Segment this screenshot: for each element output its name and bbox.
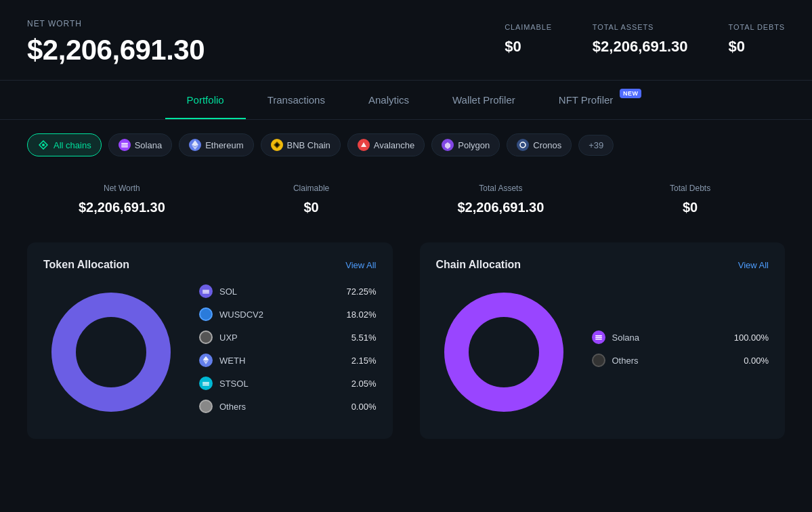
chain-donut-chart [436, 284, 572, 423]
weth-name: WETH [219, 356, 351, 366]
total-assets-stat: TOTAL ASSETS $2,206,691.30 [593, 23, 688, 56]
svg-point-10 [64, 305, 158, 400]
legend-item-weth: WETH 2.15% [199, 354, 377, 367]
chain-chip-solana[interactable]: Solana [108, 133, 172, 156]
tab-analytics[interactable]: Analytics [347, 81, 431, 119]
claimable-label: CLAIMABLE [505, 23, 552, 31]
svg-rect-2 [121, 145, 128, 146]
total-assets-value: $2,206,691.30 [593, 38, 688, 56]
chain-chip-ethereum[interactable]: Ethereum [179, 133, 253, 156]
solana-chain-name: Solana [612, 333, 734, 343]
polygon-label: Polygon [458, 140, 490, 150]
polygon-icon [442, 139, 454, 151]
others-chain-name: Others [612, 356, 744, 366]
chain-allocation-content: Solana 100.00% Others 0.00% [436, 284, 769, 423]
net-worth-card: Net Worth $2,206,691.30 [27, 177, 217, 222]
svg-point-9 [520, 142, 526, 148]
stsol-pct: 2.05% [351, 379, 377, 389]
header-stats: CLAIMABLE $0 TOTAL ASSETS $2,206,691.30 … [505, 19, 785, 56]
others-chain-dot [592, 354, 605, 367]
token-allocation-title: Token Allocation [43, 259, 129, 271]
chain-chip-all[interactable]: All chains [27, 133, 102, 156]
tab-transactions[interactable]: Transactions [246, 81, 347, 119]
bnb-label: BNB Chain [287, 140, 330, 150]
svg-rect-15 [202, 290, 209, 291]
token-legend: SOL 72.25% WUSDCV2 18.02% UXP 5.51% [199, 284, 377, 423]
stat-claimable-label: Claimable [230, 184, 393, 193]
ethereum-icon [189, 139, 201, 151]
claimable-value: $0 [505, 38, 552, 56]
legend-item-stsol: STSOL 2.05% [199, 377, 377, 390]
legend-item-wusdcv2: WUSDCV2 18.02% [199, 307, 377, 321]
net-worth-block: NET WORTH $2,206,691.30 [27, 19, 205, 66]
more-chains-chip[interactable]: +39 [578, 135, 614, 156]
token-view-all-button[interactable]: View All [345, 260, 376, 270]
others-token-name: Others [219, 402, 351, 412]
net-worth-label: NET WORTH [27, 19, 205, 28]
chain-allocation-header: Chain Allocation View All [436, 259, 769, 271]
svg-rect-25 [595, 337, 602, 339]
stat-total-debts-value: $0 [609, 200, 771, 215]
sol-name: SOL [219, 286, 346, 297]
total-debts-card: Total Debts $0 [595, 177, 785, 222]
chain-view-all-button[interactable]: View All [738, 260, 769, 270]
chain-chip-cronos[interactable]: Cronos [507, 133, 572, 156]
wusdcv2-name: WUSDCV2 [219, 310, 346, 320]
stsol-dot [199, 377, 213, 390]
solana-chain-dot [592, 330, 605, 344]
ethereum-label: Ethereum [205, 140, 243, 150]
wusdcv2-pct: 18.02% [346, 310, 376, 320]
stat-net-worth-value: $2,206,691.30 [41, 200, 203, 215]
others-token-pct: 0.00% [351, 402, 377, 412]
tab-wallet-profiler[interactable]: Wallet Profiler [431, 81, 537, 119]
chain-filter: All chains Solana Ethereum BNB Chain Ava… [0, 120, 812, 170]
others-token-dot [199, 400, 213, 413]
chain-chip-bnb[interactable]: BNB Chain [261, 133, 341, 156]
stat-total-assets-label: Total Assets [420, 184, 582, 193]
total-assets-card: Total Assets $2,206,691.30 [406, 177, 596, 222]
svg-rect-3 [121, 146, 128, 148]
stat-total-debts-label: Total Debts [609, 184, 771, 193]
token-donut-chart [43, 284, 179, 423]
token-allocation-panel: Token Allocation View All [27, 242, 393, 439]
svg-marker-18 [203, 356, 209, 361]
solana-icon [119, 139, 131, 151]
bnb-icon [271, 139, 283, 151]
solana-chain-pct: 100.00% [734, 333, 769, 343]
avalanche-label: Avalanche [374, 140, 414, 150]
sol-pct: 72.25% [346, 286, 376, 297]
stsol-name: STSOL [219, 379, 351, 389]
svg-rect-16 [202, 291, 209, 292]
tab-nft-profiler[interactable]: NFT Profiler NEW [537, 81, 647, 119]
svg-rect-1 [121, 143, 128, 144]
svg-point-23 [456, 305, 551, 400]
chain-legend: Solana 100.00% Others 0.00% [592, 330, 769, 377]
new-badge: NEW [620, 89, 641, 98]
total-debts-stat: TOTAL DEBTS $0 [729, 23, 785, 56]
legend-item-others-token: Others 0.00% [199, 400, 377, 413]
tab-portfolio[interactable]: Portfolio [165, 81, 246, 119]
chain-allocation-panel: Chain Allocation View All Solana 100.00% [420, 242, 786, 439]
weth-dot [199, 354, 213, 367]
claimable-stat: CLAIMABLE $0 [505, 23, 552, 56]
chain-chip-avalanche[interactable]: Avalanche [347, 133, 425, 156]
cronos-icon [517, 139, 529, 151]
stats-row: Net Worth $2,206,691.30 Claimable $0 Tot… [0, 170, 812, 242]
svg-rect-21 [202, 383, 209, 384]
svg-rect-26 [595, 339, 602, 340]
others-chain-pct: 0.00% [744, 356, 769, 366]
token-allocation-header: Token Allocation View All [43, 259, 377, 271]
svg-marker-4 [192, 140, 198, 146]
uxp-dot [199, 330, 213, 344]
all-chains-icon [37, 139, 49, 151]
nav-tabs: Portfolio Transactions Analytics Wallet … [0, 81, 812, 120]
chain-chip-polygon[interactable]: Polygon [431, 133, 500, 156]
token-allocation-content: SOL 72.25% WUSDCV2 18.02% UXP 5.51% [43, 284, 377, 423]
chain-allocation-title: Chain Allocation [436, 259, 521, 271]
svg-rect-22 [202, 385, 209, 385]
uxp-pct: 5.51% [351, 333, 377, 343]
avalanche-icon [358, 139, 370, 151]
total-assets-label: TOTAL ASSETS [593, 23, 688, 31]
uxp-name: UXP [219, 333, 351, 343]
legend-item-solana: Solana 100.00% [592, 330, 769, 344]
